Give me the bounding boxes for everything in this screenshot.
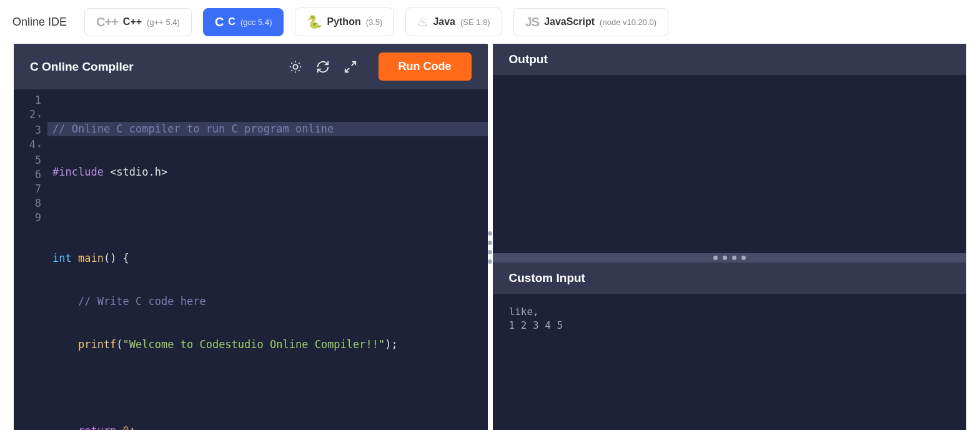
code-token: return bbox=[52, 424, 116, 430]
line-number: 4 bbox=[17, 138, 41, 153]
vertical-splitter[interactable] bbox=[487, 231, 494, 264]
lang-tab-javascript[interactable]: JS JavaScript (node v10.20.0) bbox=[513, 8, 668, 36]
lang-tab-java[interactable]: ♨ Java (SE 1.8) bbox=[405, 8, 502, 36]
output-body bbox=[493, 75, 967, 253]
custom-input-panel: Custom Input like, 1 2 3 4 5 bbox=[493, 262, 967, 430]
c-icon: C bbox=[215, 15, 223, 29]
js-icon: JS bbox=[525, 15, 539, 29]
code-token: // Write C code here bbox=[52, 295, 206, 308]
top-bar: Online IDE C++ C++ (g++ 5.4) C C (gcc 5.… bbox=[0, 0, 980, 44]
editor-title: C Online Compiler bbox=[30, 60, 276, 74]
code-token: main bbox=[72, 252, 104, 264]
editor-panel: C Online Compiler Run Code 1 2 3 4 5 6 7 bbox=[14, 44, 488, 430]
code-token: // Online C compiler to run C program on… bbox=[52, 122, 334, 135]
svg-line-9 bbox=[351, 61, 355, 65]
editor-header: C Online Compiler Run Code bbox=[14, 44, 488, 89]
code-token: 0 bbox=[116, 424, 129, 430]
code-editor[interactable]: 1 2 3 4 5 6 7 8 9 // Online C compiler t… bbox=[14, 89, 488, 430]
lang-name: Python bbox=[327, 16, 360, 28]
output-panel: Output bbox=[493, 44, 967, 253]
svg-point-0 bbox=[293, 64, 297, 69]
lang-name: JavaScript bbox=[544, 16, 595, 28]
horizontal-splitter[interactable] bbox=[493, 253, 967, 263]
reset-icon[interactable] bbox=[315, 59, 331, 75]
ide-container: C Online Compiler Run Code 1 2 3 4 5 6 7 bbox=[0, 44, 980, 430]
code-token: "Welcome to Codestudio Online Compiler!!… bbox=[123, 338, 385, 351]
svg-line-7 bbox=[291, 70, 292, 71]
code-token: printf bbox=[52, 338, 116, 351]
java-icon: ♨ bbox=[417, 14, 428, 29]
lang-version: (gcc 5.4) bbox=[240, 18, 272, 27]
lang-name: C bbox=[228, 16, 235, 28]
lang-version: (node v10.20.0) bbox=[600, 18, 656, 27]
fullscreen-icon[interactable] bbox=[342, 59, 359, 75]
line-number: 3 bbox=[17, 123, 41, 138]
svg-line-10 bbox=[345, 68, 349, 71]
code-token: #include bbox=[52, 166, 104, 178]
lang-name: C++ bbox=[123, 16, 142, 28]
lang-version: (3.5) bbox=[366, 18, 383, 27]
line-number: 1 bbox=[17, 93, 41, 108]
line-number: 8 bbox=[17, 196, 41, 211]
lang-version: (g++ 5.4) bbox=[147, 18, 180, 27]
svg-line-3 bbox=[291, 62, 292, 63]
custom-input-body[interactable]: like, 1 2 3 4 5 bbox=[493, 294, 967, 430]
line-number: 2 bbox=[17, 108, 41, 123]
right-panel: Output Custom Input like, 1 2 3 4 5 bbox=[493, 44, 967, 430]
code-token: int bbox=[52, 252, 72, 264]
code-token: () { bbox=[104, 252, 129, 264]
svg-line-4 bbox=[299, 70, 299, 71]
code-token: ); bbox=[385, 338, 397, 351]
line-gutter: 1 2 3 4 5 6 7 8 9 bbox=[14, 89, 47, 430]
code-token: <stdio.h> bbox=[104, 166, 167, 178]
line-number: 6 bbox=[17, 168, 41, 182]
code-lines[interactable]: // Online C compiler to run C program on… bbox=[47, 89, 488, 430]
line-number: 9 bbox=[17, 211, 41, 225]
lang-version: (SE 1.8) bbox=[460, 18, 490, 27]
line-number: 5 bbox=[17, 153, 41, 168]
lang-name: Java bbox=[433, 16, 455, 28]
custom-input-title: Custom Input bbox=[493, 262, 967, 294]
output-title: Output bbox=[493, 44, 967, 75]
brand-title: Online IDE bbox=[12, 16, 67, 29]
line-number: 7 bbox=[17, 182, 41, 196]
lang-tab-python[interactable]: 🐍 Python (3.5) bbox=[295, 8, 394, 36]
lang-tab-cpp[interactable]: C++ C++ (g++ 5.4) bbox=[84, 8, 192, 36]
code-token: ; bbox=[129, 424, 136, 430]
run-button[interactable]: Run Code bbox=[379, 52, 472, 81]
code-token: ( bbox=[116, 338, 122, 351]
cpp-icon: C++ bbox=[96, 15, 118, 29]
svg-line-8 bbox=[299, 62, 299, 63]
python-icon: 🐍 bbox=[307, 14, 322, 29]
lang-tab-c[interactable]: C C (gcc 5.4) bbox=[203, 8, 284, 36]
theme-toggle-icon[interactable] bbox=[287, 59, 304, 75]
